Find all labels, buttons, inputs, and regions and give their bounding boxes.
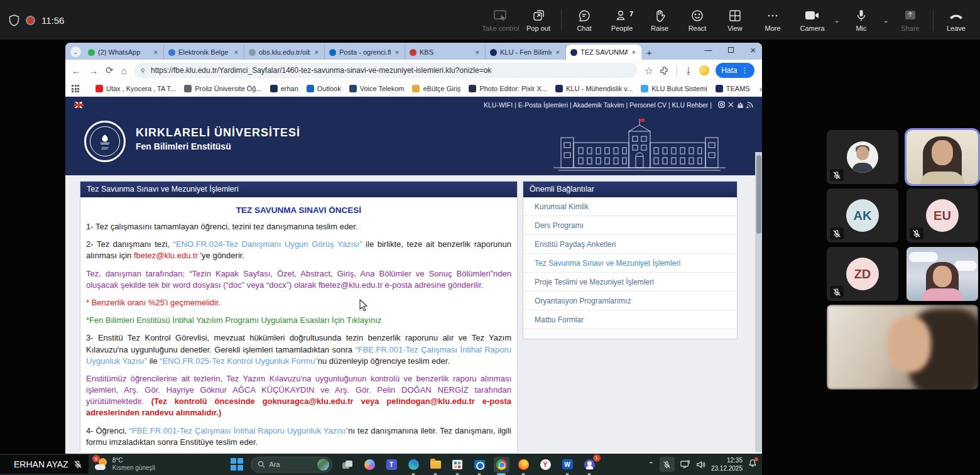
tab[interactable]: Posta - ogrenci.fb× bbox=[325, 45, 405, 60]
participant-tile[interactable]: ZD bbox=[827, 247, 898, 301]
participant-tile[interactable] bbox=[906, 130, 978, 184]
view-button[interactable]: View bbox=[716, 9, 754, 32]
tab-close-icon[interactable]: × bbox=[474, 48, 481, 56]
teams-chat-icon[interactable]: 1 bbox=[582, 457, 597, 472]
minimize-button[interactable]: — bbox=[704, 46, 712, 54]
tab-close-icon[interactable]: × bbox=[394, 48, 400, 56]
close-button[interactable]: × bbox=[750, 45, 756, 55]
bookmark-item[interactable]: Voice Telekom bbox=[349, 85, 405, 92]
task-view-icon[interactable] bbox=[340, 457, 356, 472]
bookmark-item[interactable]: TEAMS bbox=[716, 85, 750, 92]
participant-tile[interactable]: EU bbox=[906, 188, 978, 243]
tab[interactable]: obs.klu.edu.tr/oib× bbox=[244, 45, 325, 60]
tab[interactable]: (2) WhatsApp× bbox=[84, 45, 164, 60]
participant-tile[interactable] bbox=[906, 247, 978, 301]
participant-tile[interactable] bbox=[827, 130, 898, 184]
bookmark-star-icon[interactable]: ☆ bbox=[645, 65, 653, 77]
tab-close-icon[interactable]: × bbox=[631, 48, 637, 56]
edge-icon[interactable] bbox=[406, 457, 422, 472]
camera-button[interactable]: Camera bbox=[793, 9, 831, 32]
uk-flag-icon[interactable] bbox=[74, 102, 84, 108]
bookmark-item[interactable]: KLU - Mühendislik v... bbox=[555, 85, 633, 92]
firefox-icon[interactable] bbox=[516, 457, 531, 472]
sitemap-icon[interactable] bbox=[737, 101, 744, 108]
tab-close-icon[interactable]: × bbox=[153, 48, 159, 56]
bookmark-item[interactable]: Utax , Kyocera , TA T... bbox=[95, 85, 176, 92]
sidebar-link[interactable]: Proje Teslimi ve Mezuniyet İşlemleri bbox=[523, 273, 737, 292]
extension-badge-icon[interactable] bbox=[699, 65, 709, 75]
speaker-icon[interactable] bbox=[696, 461, 705, 469]
inline-link[interactable]: “ENO.FR.025-Tez Kontrol Uygunluk Formu” bbox=[160, 356, 317, 366]
bookmark-item[interactable]: erhan bbox=[270, 85, 298, 92]
rss-icon[interactable] bbox=[746, 101, 753, 108]
bookmark-item[interactable]: Outlook bbox=[307, 85, 341, 92]
teams-icon[interactable]: T bbox=[384, 457, 400, 472]
word-icon[interactable]: W bbox=[560, 457, 575, 472]
clock[interactable]: 12:35 23.12.2025 bbox=[711, 456, 743, 472]
pop-out-button[interactable]: Pop out bbox=[520, 9, 557, 32]
tab-close-icon[interactable]: × bbox=[313, 48, 320, 56]
bookmark-item[interactable]: Proliz Üniversite Öğ... bbox=[184, 85, 261, 92]
sidebar-link[interactable]: Enstitü Paydaş Anketleri bbox=[523, 235, 737, 254]
scrollbar-thumb[interactable] bbox=[756, 155, 761, 234]
tray-chevron-icon[interactable]: ⌃ bbox=[648, 461, 654, 469]
react-button[interactable]: React bbox=[678, 9, 716, 32]
sidebar-link[interactable]: Matbu Formlar bbox=[523, 310, 737, 329]
bookmarks-overflow-icon[interactable]: » bbox=[760, 84, 762, 94]
bookmark-item[interactable]: Photo Editor: Pixlr X... bbox=[469, 85, 547, 92]
site-settings-icon[interactable]: ⚲ bbox=[141, 67, 146, 74]
chat-button[interactable]: Chat bbox=[565, 9, 603, 32]
inline-link[interactable]: “ENO.FR.024-Tez Danışmanı Uygun Görüş Ya… bbox=[173, 239, 362, 249]
tab-active[interactable]: TEZ SAVUNMA SI× bbox=[566, 45, 641, 60]
copilot-icon[interactable] bbox=[362, 457, 378, 472]
new-tab-button[interactable]: + bbox=[646, 47, 652, 58]
chevron-down-icon[interactable]: ⌄ bbox=[831, 16, 842, 25]
network-display-icon[interactable] bbox=[680, 460, 690, 469]
start-button[interactable] bbox=[231, 458, 243, 471]
maximize-button[interactable] bbox=[728, 47, 734, 53]
tab-close-icon[interactable]: × bbox=[233, 48, 239, 56]
bookmark-item[interactable]: KLU Bulut Sistemi bbox=[641, 85, 707, 92]
sidebar-link[interactable]: Kurumsal Kimlik bbox=[523, 197, 737, 216]
reload-icon[interactable]: ⟳ bbox=[106, 65, 114, 76]
bookmark-item[interactable]: eBütçe Giriş bbox=[412, 85, 460, 92]
sidebar-link[interactable]: Oryantasyon Programlarımız bbox=[523, 292, 737, 310]
file-explorer-icon[interactable] bbox=[428, 457, 444, 472]
more-button[interactable]: More bbox=[754, 9, 792, 32]
outlook-icon[interactable] bbox=[472, 457, 487, 472]
chevron-down-icon[interactable]: ⌄ bbox=[880, 16, 891, 25]
store-icon[interactable] bbox=[450, 457, 466, 472]
extensions-icon[interactable] bbox=[660, 66, 669, 75]
address-bar[interactable]: ⚲ https://fbe.klu.edu.tr/Yardimci_Sayfal… bbox=[134, 63, 637, 78]
inline-link[interactable]: “FBE.FR.001-Tez Çalışması İntihal Raporu… bbox=[129, 426, 349, 435]
notification-bell-icon[interactable] bbox=[748, 459, 757, 470]
leave-button[interactable]: Leave bbox=[937, 9, 975, 32]
tray-mic-muted-icon[interactable] bbox=[660, 457, 675, 472]
tab-close-icon[interactable]: × bbox=[555, 48, 561, 56]
site-topnav-links[interactable]: KLU-WIFI | E-Posta İşlemleri | Akademik … bbox=[484, 101, 712, 109]
taskbar-search[interactable]: Ara bbox=[251, 457, 332, 472]
instagram-icon[interactable] bbox=[718, 101, 725, 108]
profile-error-button[interactable]: Hata⋮ bbox=[716, 63, 754, 78]
page-scrollbar[interactable] bbox=[755, 152, 762, 452]
raise-button[interactable]: Raise bbox=[641, 9, 678, 32]
menu-dots-icon[interactable]: ⋮ bbox=[741, 66, 749, 75]
yandex-icon[interactable]: Y bbox=[538, 457, 553, 472]
university-logo[interactable]: 2007 bbox=[84, 121, 126, 162]
people-button[interactable]: People7 bbox=[603, 9, 641, 32]
back-icon[interactable]: ← bbox=[72, 65, 81, 76]
tab-search-icon[interactable]: ⌄ bbox=[70, 46, 81, 57]
tab[interactable]: KLU - Fen Bilimler× bbox=[486, 45, 566, 60]
x-icon[interactable] bbox=[727, 101, 734, 108]
sidebar-link[interactable]: Tez Savunma Sınavı ve Mezuniyet İşlemler… bbox=[523, 254, 737, 273]
home-icon[interactable]: ⌂ bbox=[121, 65, 127, 76]
apps-grid-icon[interactable] bbox=[72, 85, 79, 92]
forward-icon[interactable]: → bbox=[89, 65, 98, 76]
download-icon[interactable]: ⭳ bbox=[684, 65, 693, 75]
mic-button[interactable]: Mic bbox=[842, 9, 880, 32]
weather-widget[interactable]: 9 8°C Kısmen güneşli bbox=[95, 457, 155, 472]
participant-tile[interactable]: AK bbox=[827, 188, 898, 243]
sidebar-link[interactable]: Ders Programı bbox=[523, 216, 737, 235]
participant-tile-large[interactable] bbox=[827, 305, 978, 390]
tab[interactable]: Elektronik Belge Y× bbox=[164, 45, 244, 60]
